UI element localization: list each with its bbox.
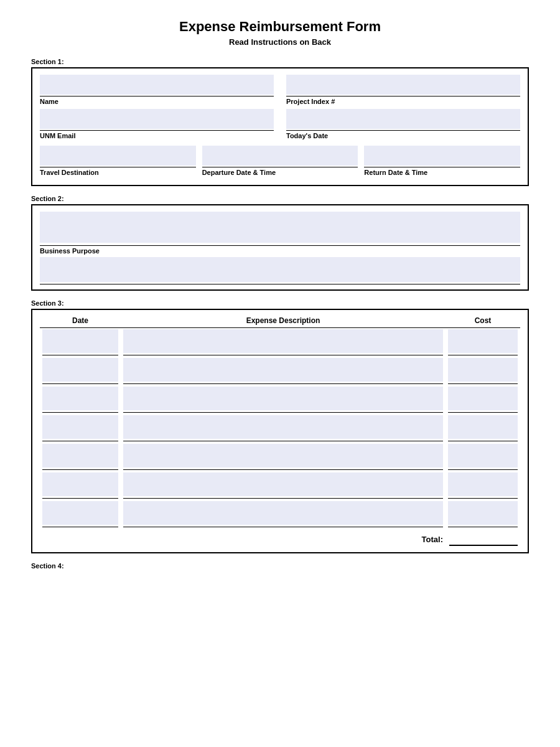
business-purpose-bottom-input[interactable] xyxy=(40,257,520,282)
table-row xyxy=(40,500,520,529)
cost-input-3[interactable] xyxy=(448,387,518,410)
unm-email-input[interactable] xyxy=(40,109,274,129)
desc-input-6[interactable] xyxy=(123,472,443,496)
departure-label: Departure Date & Time xyxy=(202,167,358,176)
date-input-3[interactable] xyxy=(42,387,118,410)
desc-input-7[interactable] xyxy=(123,501,443,525)
todays-date-label: Today's Date xyxy=(286,130,520,139)
departure-field-group: Departure Date & Time xyxy=(202,146,358,176)
travel-destination-label: Travel Destination xyxy=(40,167,196,176)
return-input[interactable] xyxy=(364,146,520,166)
col-cost-label: Cost xyxy=(446,316,520,325)
desc-input-3[interactable] xyxy=(123,387,443,410)
unm-email-label: UNM Email xyxy=(40,130,274,139)
todays-date-field-group: Today's Date xyxy=(286,109,520,139)
cost-input-6[interactable] xyxy=(448,472,518,496)
project-index-input[interactable] xyxy=(286,75,520,95)
col-date-label: Date xyxy=(40,316,121,325)
table-row xyxy=(40,443,520,471)
page-header: Expense Reimbursement Form Read Instruct… xyxy=(31,19,529,47)
return-field-group: Return Date & Time xyxy=(364,146,520,176)
date-input-7[interactable] xyxy=(42,501,118,525)
section1-label: Section 1: xyxy=(31,58,529,65)
table-row xyxy=(40,471,520,500)
cost-input-5[interactable] xyxy=(448,444,518,467)
section3-header-row: Date Expense Description Cost xyxy=(40,316,520,328)
section3-box: Date Expense Description Cost xyxy=(31,309,529,553)
name-field-group: Name xyxy=(40,75,274,105)
unm-email-field-group: UNM Email xyxy=(40,109,274,139)
cost-input-4[interactable] xyxy=(448,415,518,439)
total-input[interactable] xyxy=(449,532,518,546)
desc-input-4[interactable] xyxy=(123,415,443,439)
date-input-5[interactable] xyxy=(42,444,118,467)
table-row xyxy=(40,414,520,443)
page-title: Expense Reimbursement Form xyxy=(31,19,529,35)
date-input-6[interactable] xyxy=(42,472,118,496)
desc-input-5[interactable] xyxy=(123,444,443,467)
date-input-1[interactable] xyxy=(42,329,118,353)
section1-box: Name Project Index # UNM Email Today's D… xyxy=(31,67,529,186)
cost-input-1[interactable] xyxy=(448,329,518,353)
section3-label: Section 3: xyxy=(31,299,529,307)
todays-date-input[interactable] xyxy=(286,109,520,129)
cost-input-7[interactable] xyxy=(448,501,518,525)
table-row xyxy=(40,357,520,385)
name-label: Name xyxy=(40,96,274,105)
section2-label: Section 2: xyxy=(31,195,529,202)
return-label: Return Date & Time xyxy=(364,167,520,176)
business-purpose-label: Business Purpose xyxy=(40,245,520,255)
date-input-4[interactable] xyxy=(42,415,118,439)
desc-input-2[interactable] xyxy=(123,358,443,382)
total-row: Total: xyxy=(40,529,520,547)
desc-input-1[interactable] xyxy=(123,329,443,353)
section2-box: Business Purpose xyxy=(31,204,529,291)
page-subtitle: Read Instructions on Back xyxy=(31,37,529,47)
table-row xyxy=(40,328,520,357)
section4-label: Section 4: xyxy=(31,562,529,570)
project-index-label: Project Index # xyxy=(286,96,520,105)
cost-input-2[interactable] xyxy=(448,358,518,382)
travel-destination-input[interactable] xyxy=(40,146,196,166)
project-index-field-group: Project Index # xyxy=(286,75,520,105)
travel-destination-field-group: Travel Destination xyxy=(40,146,196,176)
business-purpose-top-input[interactable] xyxy=(40,212,520,243)
name-input[interactable] xyxy=(40,75,274,95)
table-row xyxy=(40,385,520,414)
departure-input[interactable] xyxy=(202,146,358,166)
date-input-2[interactable] xyxy=(42,358,118,382)
col-description-label: Expense Description xyxy=(121,316,446,325)
total-label: Total: xyxy=(422,535,443,544)
